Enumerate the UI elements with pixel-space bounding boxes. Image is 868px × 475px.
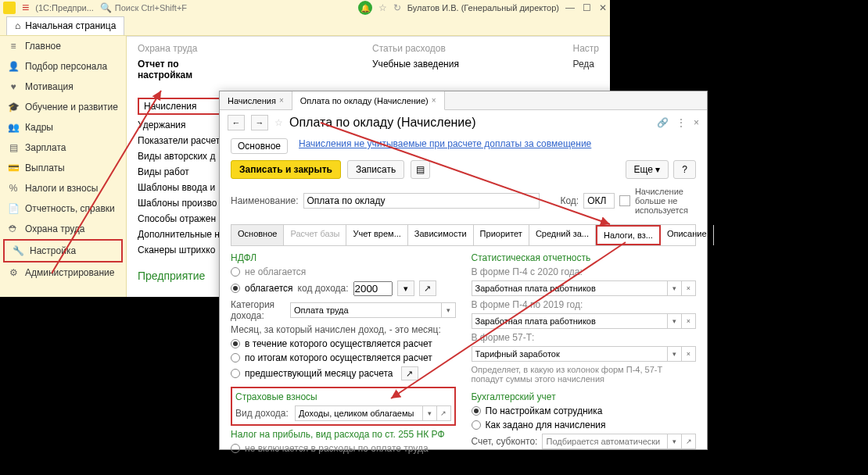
save-close-button[interactable]: Записать и закрыть: [231, 160, 341, 179]
dialog-tab-active[interactable]: Оплата по окладу (Начисление)×: [292, 91, 445, 110]
panel-link[interactable]: Охрана труда: [138, 43, 224, 54]
panel-link[interactable]: Сканеры штрихко: [138, 245, 224, 255]
unused-checkbox[interactable]: [619, 195, 630, 206]
star-icon[interactable]: ☆: [378, 2, 387, 13]
stat-p4-2019-input[interactable]: [472, 313, 669, 329]
link-accruals[interactable]: Начисления: [138, 98, 224, 115]
open-icon[interactable]: ↗: [401, 366, 418, 380]
more-button[interactable]: Еще ▾: [626, 160, 669, 179]
code-input[interactable]: [583, 193, 615, 209]
innertab-deps[interactable]: Зависимости: [408, 225, 474, 245]
radio-month-prev[interactable]: [231, 369, 240, 378]
forward-button[interactable]: →: [251, 115, 268, 130]
history-icon[interactable]: ↻: [393, 2, 401, 13]
radio-profit-exclude[interactable]: [231, 444, 240, 453]
sidebar-item-payments[interactable]: 💳Выплаты: [0, 158, 126, 178]
clear-icon[interactable]: ×: [682, 313, 696, 329]
minimize-icon[interactable]: —: [565, 2, 575, 13]
sidebar-item-taxes[interactable]: %Налоги и взносы: [0, 178, 126, 198]
clear-icon[interactable]: ×: [682, 346, 696, 362]
innertab-main[interactable]: Основное: [231, 225, 284, 245]
sidebar-item-safety[interactable]: ⛑Охрана труда: [0, 219, 126, 239]
close-icon[interactable]: ×: [694, 117, 699, 128]
panel-heading: Предприятие: [138, 270, 224, 282]
sidebar-item-hr[interactable]: 👥Кадры: [0, 117, 126, 138]
more-icon[interactable]: ⋮: [676, 117, 686, 128]
star-icon[interactable]: ☆: [274, 117, 283, 128]
panel-link[interactable]: Виды авторских д: [138, 151, 224, 162]
panel-link[interactable]: Показатели расчет: [138, 135, 224, 146]
name-input[interactable]: [303, 193, 540, 209]
innertab-time[interactable]: Учет врем...: [346, 225, 407, 245]
chevron-down-icon[interactable]: ▾: [668, 346, 682, 362]
chevron-down-icon[interactable]: ▾: [668, 280, 682, 296]
account-input[interactable]: [542, 434, 668, 449]
panel-link[interactable]: Дополнительные н: [138, 229, 224, 240]
save-button[interactable]: Записать: [347, 160, 404, 179]
radio-not-taxed[interactable]: [231, 267, 240, 277]
radio-taxed[interactable]: [231, 284, 240, 293]
maximize-icon[interactable]: ☐: [583, 2, 591, 13]
panel-link[interactable]: Статьи расходов: [372, 43, 459, 54]
close-tab-icon[interactable]: ×: [432, 96, 436, 105]
panel-link[interactable]: Шаблоны произво: [138, 198, 224, 209]
close-tab-icon[interactable]: ×: [279, 96, 284, 105]
innertab-taxes[interactable]: Налоги, вз...: [596, 225, 661, 245]
chevron-down-icon[interactable]: ▾: [668, 313, 682, 329]
bell-icon[interactable]: 🔔: [358, 1, 372, 15]
subnav-main[interactable]: Основное: [231, 138, 288, 154]
home-tab[interactable]: ⌂ Начальная страница: [6, 16, 124, 35]
open-icon[interactable]: ↗: [682, 434, 696, 449]
sidebar-item-reports[interactable]: 📄Отчетность, справки: [0, 198, 126, 219]
report-button[interactable]: ▤: [411, 160, 430, 179]
radio-month-during[interactable]: [231, 339, 240, 348]
dialog-tab[interactable]: Начисления×: [220, 91, 292, 109]
panel-link[interactable]: Виды работ: [138, 166, 224, 177]
innertab-desc[interactable]: Описание: [661, 225, 714, 245]
close-icon[interactable]: ✕: [599, 2, 607, 13]
chevron-down-icon[interactable]: ▾: [442, 302, 456, 318]
right-column: Статистическая отчетность В форме П-4 с …: [472, 252, 697, 454]
innertab-base[interactable]: Расчет базы: [284, 225, 346, 245]
income-type-input[interactable]: [295, 405, 423, 421]
income-code-input[interactable]: [353, 281, 393, 296]
sidebar-item-training[interactable]: 🎓Обучение и развитие: [0, 97, 126, 117]
sidebar-item-salary[interactable]: ▤Зарплата: [0, 138, 126, 158]
panel-link[interactable]: Реда: [572, 59, 599, 70]
open-icon[interactable]: ↗: [437, 405, 451, 421]
clear-icon[interactable]: ×: [682, 280, 696, 296]
sidebar-item-admin[interactable]: ⚙Администрирование: [0, 262, 126, 283]
income-type-label: Вид дохода:: [235, 408, 290, 419]
category-input[interactable]: [290, 302, 442, 318]
sidebar-item-main[interactable]: ≡Главное: [0, 36, 126, 56]
open-icon[interactable]: ↗: [419, 280, 436, 296]
panel-link[interactable]: Шаблоны ввода и: [138, 182, 224, 193]
sidebar-item-settings[interactable]: 🔧Настройка: [3, 239, 123, 262]
panel-link[interactable]: Настр: [572, 43, 599, 54]
back-button[interactable]: ←: [228, 115, 245, 130]
subnav-link[interactable]: Начисления не учитываемые при расчете до…: [299, 138, 591, 154]
stat-57t-input[interactable]: [472, 346, 669, 362]
innertab-priority[interactable]: Приоритет: [474, 225, 529, 245]
stat-p4-2020-input[interactable]: [472, 280, 669, 296]
sidebar-item-recruit[interactable]: 👤Подбор персонала: [0, 56, 126, 77]
radio-month-after[interactable]: [231, 353, 240, 362]
dropdown-icon[interactable]: ▾: [397, 280, 414, 296]
search-input[interactable]: [115, 3, 224, 12]
panel-link[interactable]: Отчет по настройкам: [138, 59, 224, 80]
chevron-down-icon[interactable]: ▾: [423, 405, 437, 421]
link-icon[interactable]: 🔗: [657, 117, 669, 128]
hamburger-icon[interactable]: ≡: [22, 1, 29, 15]
panel-link[interactable]: Учебные заведения: [372, 59, 459, 70]
radio-acc-employee[interactable]: [472, 406, 481, 416]
sidebar-item-motivation[interactable]: ♥Мотивация: [0, 77, 126, 97]
radio-acc-custom[interactable]: [472, 420, 481, 430]
innertab-average[interactable]: Средний за...: [529, 225, 596, 245]
help-button[interactable]: ?: [673, 160, 696, 179]
user-label[interactable]: Булатов И.В. (Генеральный директор): [407, 3, 559, 12]
panel-link[interactable]: Удержания: [138, 120, 224, 130]
chevron-down-icon[interactable]: ▾: [668, 434, 682, 449]
global-search[interactable]: 🔍: [100, 2, 352, 13]
gear-icon: ⚙: [8, 267, 19, 278]
panel-link[interactable]: Способы отражен: [138, 213, 224, 224]
